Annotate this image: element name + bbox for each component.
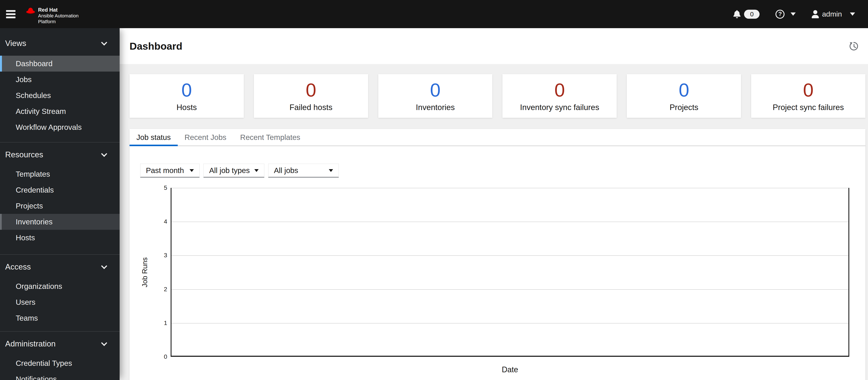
sidebar-item-workflow-approvals[interactable]: Workflow Approvals [0, 119, 120, 135]
masthead: Red Hat Ansible Automation Platform 0 ? … [0, 0, 868, 28]
card-inventory-sync-failures[interactable]: 0 Inventory sync failures [502, 74, 617, 118]
gridline [172, 221, 848, 222]
y-tick-label: 5 [154, 184, 167, 192]
sidebar-item-label: Teams [16, 314, 38, 322]
sidebar-item-label: Projects [16, 202, 43, 210]
nav-section-label: Resources [5, 150, 43, 159]
sidebar-item-label: Credentials [16, 186, 54, 194]
sidebar-item-templates[interactable]: Templates [0, 166, 120, 182]
card-value: 0 [502, 80, 617, 100]
dashboard-content: 0 Hosts 0 Failed hosts 0 Inventories 0 I… [120, 64, 868, 380]
period-select-value: Past month [146, 166, 184, 175]
red-hat-logo-icon [26, 7, 35, 14]
sidebar-item-schedules[interactable]: Schedules [0, 88, 120, 103]
card-projects[interactable]: 0 Projects [627, 74, 741, 118]
nav-section-header-views[interactable]: Views [5, 37, 106, 50]
caret-down-icon[interactable] [790, 12, 796, 16]
brand-line-2: Ansible Automation [38, 13, 79, 19]
sidebar-item-teams[interactable]: Teams [0, 310, 120, 326]
card-value: 0 [254, 80, 368, 100]
nav-items: Dashboard Jobs Schedules Activity Stream… [0, 56, 120, 135]
brand-line-1: Red Hat [38, 7, 79, 13]
period-select[interactable]: Past month [140, 164, 200, 177]
sidebar-item-notifications[interactable]: Notifications [0, 371, 120, 380]
y-tick-label: 4 [154, 218, 167, 225]
summary-cards-row: 0 Hosts 0 Failed hosts 0 Inventories 0 I… [129, 74, 865, 118]
caret-down-icon [329, 169, 333, 172]
card-label: Project sync failures [751, 103, 865, 112]
card-label: Hosts [129, 103, 244, 112]
sidebar-item-label: Credential Types [16, 359, 72, 368]
chart-filters: Past month All job types All jobs [140, 164, 865, 177]
sidebar-item-activity-stream[interactable]: Activity Stream [0, 103, 120, 119]
brand-line-3: Platform [38, 19, 79, 25]
gridline [172, 323, 848, 323]
user-menu-label[interactable]: admin [822, 10, 842, 18]
job-filter-select-value: All jobs [274, 166, 298, 175]
nav-section-header-resources[interactable]: Resources [5, 148, 106, 161]
sidebar-item-label: Dashboard [16, 59, 53, 68]
nav-section-header-access[interactable]: Access [5, 261, 106, 273]
y-tick-label: 0 [154, 353, 167, 360]
job-type-select[interactable]: All job types [203, 164, 265, 177]
brand-logo: Red Hat Ansible Automation Platform [26, 7, 79, 25]
card-label: Projects [627, 103, 741, 112]
card-inventories[interactable]: 0 Inventories [378, 74, 493, 118]
sidebar-item-projects[interactable]: Projects [0, 198, 120, 214]
nav-section-access: Access Organizations Users Teams [0, 255, 120, 326]
sidebar-item-jobs[interactable]: Jobs [0, 72, 120, 88]
sidebar-item-credentials[interactable]: Credentials [0, 182, 120, 198]
sidebar-item-label: Notifications [16, 375, 57, 380]
chevron-down-icon [101, 263, 107, 269]
tab-job-status[interactable]: Job status [129, 129, 178, 145]
job-status-panel: Job status Recent Jobs Recent Templates … [129, 129, 865, 380]
masthead-toolbar: 0 ? admin [733, 10, 855, 19]
card-label: Inventories [378, 103, 493, 112]
sidebar-item-label: Jobs [16, 75, 32, 84]
y-tick-label: 1 [154, 319, 167, 327]
bell-icon[interactable] [733, 10, 741, 18]
chevron-down-icon [101, 340, 107, 346]
tab-recent-jobs[interactable]: Recent Jobs [178, 129, 234, 145]
notification-count-badge[interactable]: 0 [744, 10, 760, 19]
history-icon[interactable] [849, 41, 859, 51]
question-circle-icon[interactable]: ? [775, 10, 784, 19]
card-failed-hosts[interactable]: 0 Failed hosts [254, 74, 368, 118]
sidebar-item-organizations[interactable]: Organizations [0, 278, 120, 294]
sidebar-item-inventories[interactable]: Inventories [0, 214, 120, 230]
gridline [172, 188, 848, 188]
sidebar-item-label: Organizations [16, 282, 62, 290]
nav-section-header-administration[interactable]: Administration [5, 338, 106, 350]
sidebar-item-users[interactable]: Users [0, 294, 120, 310]
card-value: 0 [129, 80, 244, 100]
hamburger-icon[interactable] [6, 10, 16, 18]
sidebar-item-hosts[interactable]: Hosts [0, 230, 120, 246]
job-filter-select[interactable]: All jobs [268, 164, 339, 177]
card-value: 0 [627, 80, 741, 100]
caret-down-icon[interactable] [850, 12, 855, 16]
brand-text: Red Hat Ansible Automation Platform [38, 7, 79, 25]
nav-section-label: Views [5, 39, 26, 48]
sidebar-item-label: Templates [16, 170, 50, 178]
chevron-down-icon [101, 151, 107, 157]
tab-recent-templates[interactable]: Recent Templates [233, 129, 307, 145]
sidebar-item-credential-types[interactable]: Credential Types [0, 355, 120, 371]
tabs-bar: Job status Recent Jobs Recent Templates [129, 129, 865, 146]
nav-items: Templates Credentials Projects Inventori… [0, 166, 120, 246]
user-icon[interactable] [812, 10, 819, 18]
sidebar-item-label: Workflow Approvals [16, 123, 82, 132]
card-label: Failed hosts [254, 103, 368, 112]
nav-section-views: Views Dashboard Jobs Schedules Activity … [0, 28, 120, 135]
y-tick-label: 2 [154, 286, 167, 293]
page-title: Dashboard [129, 40, 183, 52]
card-project-sync-failures[interactable]: 0 Project sync failures [751, 74, 865, 118]
nav-section-label: Administration [5, 339, 56, 348]
sidebar-item-dashboard[interactable]: Dashboard [0, 56, 120, 72]
job-type-select-value: All job types [209, 166, 250, 175]
nav-section-label: Access [5, 263, 31, 272]
y-tick-label: 3 [154, 252, 167, 259]
gridline [172, 255, 848, 256]
card-hosts[interactable]: 0 Hosts [129, 74, 244, 118]
sidebar-item-label: Hosts [16, 233, 35, 242]
job-runs-chart: Job Runs 5 4 3 2 1 0 Date [129, 188, 865, 380]
